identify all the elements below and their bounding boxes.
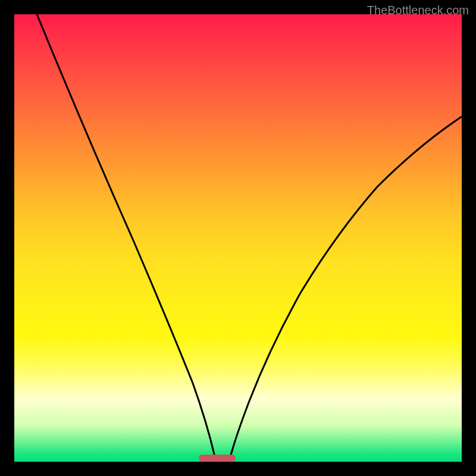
bottleneck-marker	[199, 455, 236, 462]
right-curve-line	[230, 117, 462, 459]
bottleneck-curves	[14, 14, 462, 462]
left-curve-line	[37, 14, 215, 459]
watermark-text: TheBottleneck.com	[367, 4, 469, 17]
chart-area	[14, 14, 462, 462]
